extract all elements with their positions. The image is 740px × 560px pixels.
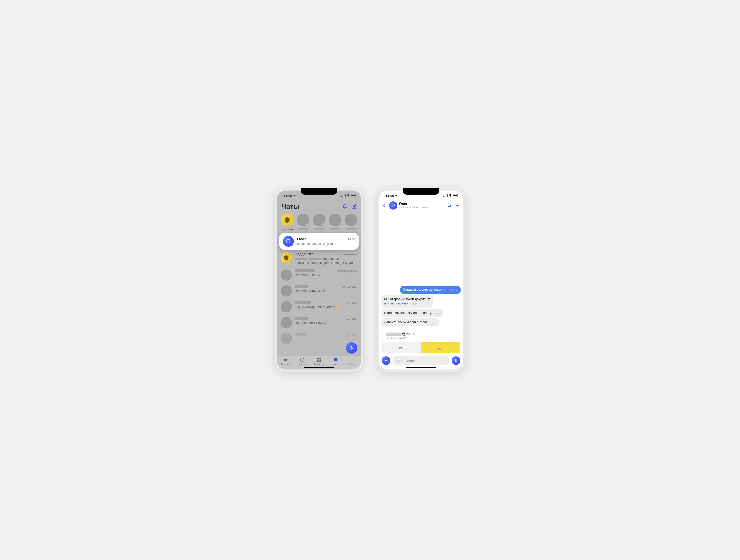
chat-time: 20 июня (347, 333, 357, 336)
message-time: 15:58 (411, 303, 417, 306)
battery-icon (351, 194, 356, 197)
svg-rect-21 (453, 195, 457, 196)
tab-label: Главная (281, 363, 290, 365)
oleg-avatar: О (283, 236, 294, 247)
chat-name: Олег (297, 237, 306, 241)
stories-row: Поддержка (277, 214, 361, 233)
svg-rect-6 (356, 195, 356, 196)
conversation-body: Справка о долге по кредиту 15:58 Мы отпр… (379, 212, 463, 354)
tab-more[interactable]: Еще (344, 356, 361, 367)
story-item[interactable] (345, 214, 357, 230)
redacted-label (298, 228, 308, 229)
oleg-avatar[interactable]: О (389, 201, 397, 210)
email-yes-button[interactable]: Да (421, 342, 460, 353)
chevron-left-icon (382, 203, 386, 208)
chat-preview: Перевод -2 223 ₽ (295, 273, 357, 277)
chat-time: понедельник (341, 253, 357, 256)
story-label: Поддержка (281, 228, 294, 230)
chat-row[interactable]: 12 июля С днём рождения от коллег 💛 (277, 299, 361, 315)
message-incoming[interactable]: Мы отправим такой документ: пример справ… (381, 295, 433, 308)
search-icon[interactable] (447, 203, 452, 208)
svg-rect-12 (319, 360, 321, 362)
signal-icon (444, 194, 448, 197)
chat-icon (333, 357, 338, 362)
message-incoming[interactable]: Давайте сверим ваш e-mail? 15:58 (381, 318, 439, 326)
chat-row-support[interactable]: Поддержка понедельник , недавно вы просм… (277, 250, 361, 267)
redacted (309, 258, 320, 260)
tab-label: Платежи (298, 363, 307, 365)
chat-row[interactable]: 22 июля Перевод -4 849,67 ₽ (277, 283, 361, 299)
bolt-icon (384, 359, 388, 363)
notch (301, 188, 337, 195)
conversation-header: О Олег Финансовый ассистент (379, 201, 463, 212)
status-time: 11:00 (283, 194, 292, 198)
message-time: 15:58 (448, 289, 454, 292)
location-icon (293, 194, 296, 197)
chat-time: 14:50 (348, 238, 355, 241)
svg-point-25 (457, 205, 458, 206)
bell-icon[interactable] (342, 204, 347, 209)
story-item[interactable] (329, 214, 342, 230)
payments-icon (300, 357, 305, 362)
mic-icon (454, 359, 458, 363)
read-checks-icon (337, 270, 340, 272)
read-checks-icon (455, 290, 458, 292)
redacted-label (346, 228, 356, 229)
redacted-name (295, 301, 310, 304)
message-link[interactable]: пример справки (384, 302, 408, 305)
tab-payments[interactable]: Платежи (294, 356, 310, 367)
voice-fab[interactable] (346, 342, 357, 354)
message-time: 15:58 (430, 322, 436, 324)
svg-rect-5 (351, 195, 355, 196)
status-time: 11:00 (385, 194, 394, 198)
story-item[interactable] (313, 214, 326, 230)
more-icon[interactable] (455, 203, 460, 208)
tab-chat[interactable]: Чат (328, 356, 344, 367)
tab-label: Сервисы (314, 363, 323, 365)
chat-row[interactable]: 20 июня Пополнение +5 520 ₽ (277, 315, 361, 331)
tab-label: Еще (350, 363, 355, 365)
phone-chats: 11:00 Чаты Поддержка (275, 188, 363, 372)
svg-rect-2 (344, 195, 344, 197)
back-button[interactable] (381, 203, 387, 208)
svg-point-15 (354, 359, 355, 360)
chat-time: понедельник (337, 269, 357, 272)
story-support[interactable]: Поддержка (281, 214, 294, 230)
tab-home[interactable]: Главная (277, 356, 294, 367)
message-incoming[interactable]: Отправим справку на эл. почту. 15:58 (381, 309, 444, 317)
compose-icon[interactable] (351, 204, 356, 209)
conversation-title: Олег (399, 202, 445, 206)
wifi-icon (347, 194, 350, 197)
signal-icon (342, 194, 346, 197)
svg-rect-16 (444, 196, 444, 197)
svg-point-8 (300, 358, 304, 362)
message-input[interactable] (393, 356, 449, 365)
home-icon (283, 357, 288, 362)
email-confirm-card: @mail.ru Это ваш e-mail? Нет Да (382, 329, 460, 353)
chat-row-oleg-highlight[interactable]: О Олег 14:50 Какая справка вам нужна? (279, 233, 359, 250)
story-item[interactable] (297, 214, 309, 230)
message-outgoing[interactable]: Справка о долге по кредиту 15:58 (400, 286, 461, 294)
page-title: Чаты (282, 203, 299, 210)
svg-rect-17 (445, 195, 445, 197)
email-value: @mail.ru (386, 332, 456, 336)
chat-row[interactable]: понедельник Перевод -2 223 ₽ (277, 267, 361, 283)
wifi-icon (448, 194, 452, 197)
email-question: Это ваш e-mail? (386, 337, 456, 340)
chat-time: 20 июня (347, 317, 357, 320)
email-no-button[interactable]: Нет (382, 342, 421, 353)
svg-point-24 (456, 205, 457, 206)
tab-services[interactable]: Сервисы (310, 356, 328, 367)
mic-icon (349, 346, 354, 350)
svg-point-26 (458, 205, 459, 206)
redacted-name (295, 317, 308, 320)
conversation-subtitle: Финансовый ассистент (399, 206, 445, 209)
redacted-name (295, 269, 315, 272)
quick-action-button[interactable] (382, 356, 390, 365)
chat-preview: С днём рождения от коллег 💛 (295, 305, 357, 309)
svg-point-13 (351, 359, 352, 360)
svg-point-23 (448, 204, 451, 207)
more-icon (350, 357, 355, 362)
svg-rect-22 (458, 195, 458, 196)
voice-button[interactable] (452, 356, 460, 365)
